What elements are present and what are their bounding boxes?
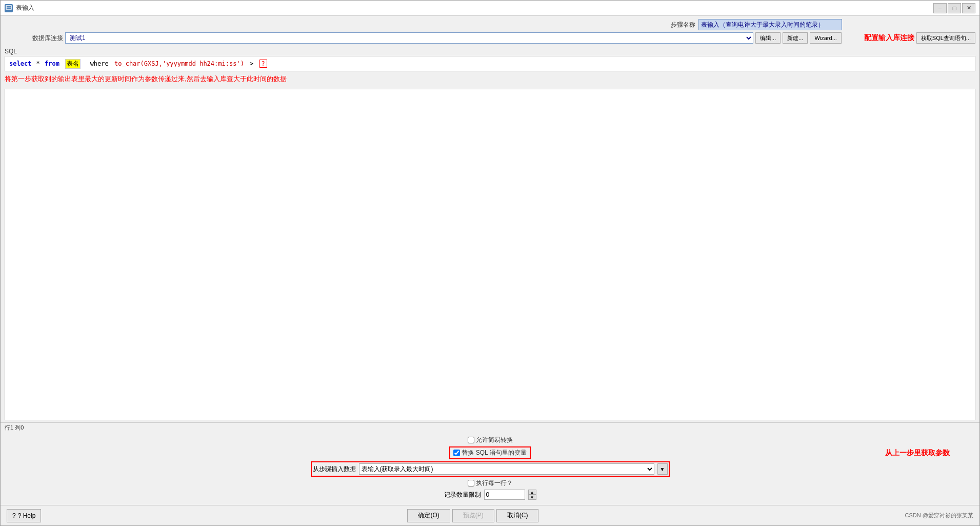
record-limit-input[interactable] [484,490,525,500]
content-area: 步骤名称 数据库连接 测试1 编辑... 新建... Wizard... 配置输… [1,16,979,525]
config-conn-annotation: 配置输入库连接 [864,33,914,43]
record-limit-up[interactable]: ▲ [528,490,536,495]
bottom-options: 允许简易转换 替换 SQL 语句里的变量 从上一步里获取参数 从步骤插入数据 [1,433,979,505]
allow-convert-label[interactable]: 允许简易转换 [468,436,513,444]
db-conn-select[interactable]: 测试1 [65,32,753,44]
sql-function: to_char(GXSJ,'yyyymmdd hh24:mi:ss') [114,60,244,67]
ok-button[interactable]: 确定(O) [407,509,450,522]
step-name-input[interactable] [698,19,842,30]
allow-convert-row: 允许简易转换 [5,436,975,444]
question-icon: ? [12,512,16,519]
watermark-text: CSDN @爱穿衬衫的张某某 [905,512,973,519]
db-conn-label: 数据库连接 [32,34,63,43]
from-step-row: 从步骤插入数据 表输入(获取录入最大时间) ▼ [5,461,975,477]
sql-star: * [32,60,44,67]
allow-convert-checkbox[interactable] [468,437,474,443]
replace-sql-checkbox[interactable] [453,450,460,456]
from-step-arrow[interactable]: ▼ [657,463,668,475]
sql-label: SQL [5,48,17,55]
title-bar: 表输入 – □ ✕ [1,1,979,16]
execute-row: 执行每一行？ [5,479,975,488]
cursor-position: 行1 列0 [5,424,24,432]
replace-sql-label[interactable]: 替换 SQL 语句里的变量 [453,449,526,457]
execute-each-row-checkbox[interactable] [468,480,474,486]
execute-each-row-label[interactable]: 执行每一行？ [468,479,513,488]
sql-code-line: select * from 表名 where to_char(GXSJ,'yyy… [5,56,975,71]
maximize-button[interactable]: □ [948,3,961,13]
sql-hint-row: 将第一步获取到的输出表里最大的更新时间作为参数传递过来,然后去输入库查大于此时间… [1,71,979,87]
sql-hint-text: 将第一步获取到的输出表里最大的更新时间作为参数传递过来,然后去输入库查大于此时间… [5,75,287,83]
minimize-button[interactable]: – [933,3,947,13]
sql-table-name[interactable]: 表名 [65,59,81,69]
title-bar-left: 表输入 [5,4,34,12]
cancel-button[interactable]: 取消(C) [496,509,539,522]
record-limit-row: 记录数量限制 ▲ ▼ [5,490,975,500]
from-step-label: 从步骤插入数据 [313,465,356,474]
wizard-button[interactable]: Wizard... [810,32,841,44]
sql-param[interactable]: ? [259,60,267,68]
sql-section: select * from 表名 where to_char(GXSJ,'yyy… [1,56,979,71]
sql-where: where [90,60,109,67]
window-controls: – □ ✕ [933,3,975,13]
record-limit-down[interactable]: ▼ [528,495,536,500]
replace-sql-box: 替换 SQL 语句里的变量 [449,446,530,459]
new-conn-button[interactable]: 新建... [783,32,808,44]
from-step-select-row: 从步骤插入数据 表输入(获取录入最大时间) ▼ [311,461,670,477]
bottom-buttons: ? ? Help 确定(O) 预览(P) 取消(C) CSDN @爱穿衬衫的张某… [1,505,979,525]
replace-sql-row: 替换 SQL 语句里的变量 从上一步里获取参数 [5,446,975,459]
status-bar: 行1 列0 [1,422,979,433]
db-conn-row: 数据库连接 测试1 编辑... 新建... Wizard... 配置输入库连接 … [5,32,975,44]
window-title: 表输入 [16,4,34,12]
window-icon [5,4,13,12]
preview-button[interactable]: 预览(P) [452,509,494,522]
sql-gt: > [250,60,253,67]
sql-select: select [9,60,31,67]
sql-from: from [45,60,59,67]
top-form: 步骤名称 数据库连接 测试1 编辑... 新建... Wizard... 配置输… [1,16,979,47]
help-button[interactable]: ? ? Help [7,509,41,522]
center-buttons: 确定(O) 预览(P) 取消(C) [407,509,538,522]
sql-label-row: SQL [1,47,979,56]
record-limit-label: 记录数量限制 [444,491,481,499]
from-step-select[interactable]: 表输入(获取录入最大时间) [359,463,654,475]
from-step-annotation: 从上一步里获取参数 [885,449,950,458]
step-name-row: 步骤名称 [5,19,975,30]
get-sql-button[interactable]: 获取SQL查询语句... [916,32,975,44]
close-button[interactable]: ✕ [962,3,975,13]
edit-conn-button[interactable]: 编辑... [755,32,781,44]
step-name-label: 步骤名称 [671,21,695,29]
main-editor [5,89,975,420]
main-editor-content [5,89,975,98]
main-window: 表输入 – □ ✕ 步骤名称 数据库连接 测试1 编辑... 新建 [0,0,980,526]
record-limit-arrows: ▲ ▼ [528,490,536,500]
